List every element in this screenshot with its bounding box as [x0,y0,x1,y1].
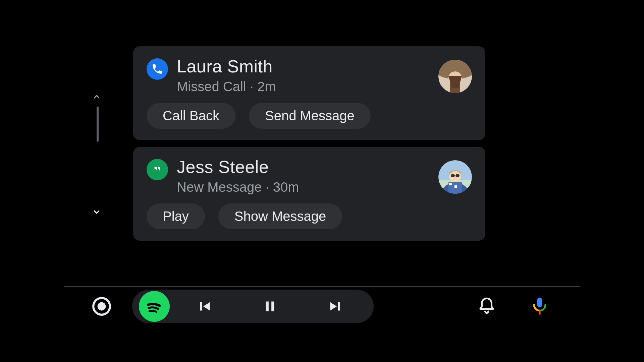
bottom-bar [64,286,580,326]
svg-rect-18 [537,298,542,307]
next-track-button[interactable] [305,298,367,315]
svg-point-16 [98,302,106,311]
previous-track-button[interactable] [173,298,235,315]
notifications-button[interactable] [477,296,496,317]
show-message-button[interactable]: Show Message [218,203,342,229]
card-text: Laura Smith Missed Call · 2m [177,56,472,94]
bottom-bar-right [477,296,549,317]
send-message-button[interactable]: Send Message [249,103,371,129]
svg-point-13 [451,174,455,177]
svg-point-14 [455,174,460,177]
card-header: Jess Steele New Message · 30m [147,157,472,195]
notification-list: Laura Smith Missed Call · 2m [133,46,485,247]
svg-rect-10 [449,183,452,185]
scroll-indicator [85,80,111,234]
notification-subtitle: Missed Call · 2m [177,79,472,94]
contact-name: Laura Smith [177,56,472,76]
card-header: Laura Smith Missed Call · 2m [147,56,472,94]
card-text: Jess Steele New Message · 30m [177,157,472,195]
notification-subtitle: New Message · 30m [177,180,472,195]
screen: Laura Smith Missed Call · 2m [64,36,580,326]
card-actions: Call Back Send Message [147,103,472,129]
contact-name: Jess Steele [177,157,472,177]
pause-button[interactable] [239,298,301,315]
svg-rect-11 [454,185,457,188]
play-message-button[interactable]: Play [147,203,205,229]
spotify-icon[interactable] [139,291,170,322]
media-controls [132,290,374,323]
contact-avatar [438,160,472,194]
scroll-up-button[interactable] [91,92,102,102]
phone-app-icon [147,58,168,80]
assistant-mic-button[interactable] [530,296,549,317]
contact-avatar [438,60,472,93]
notification-card[interactable]: Jess Steele New Message · 30m [133,147,485,241]
notification-card[interactable]: Laura Smith Missed Call · 2m [133,46,485,140]
home-button[interactable] [91,296,112,317]
call-back-button[interactable]: Call Back [147,103,235,129]
card-actions: Play Show Message [147,203,472,229]
scroll-down-button[interactable] [91,206,102,217]
svg-point-17 [143,295,166,318]
hangouts-app-icon [147,159,168,180]
scroll-track [97,107,99,142]
